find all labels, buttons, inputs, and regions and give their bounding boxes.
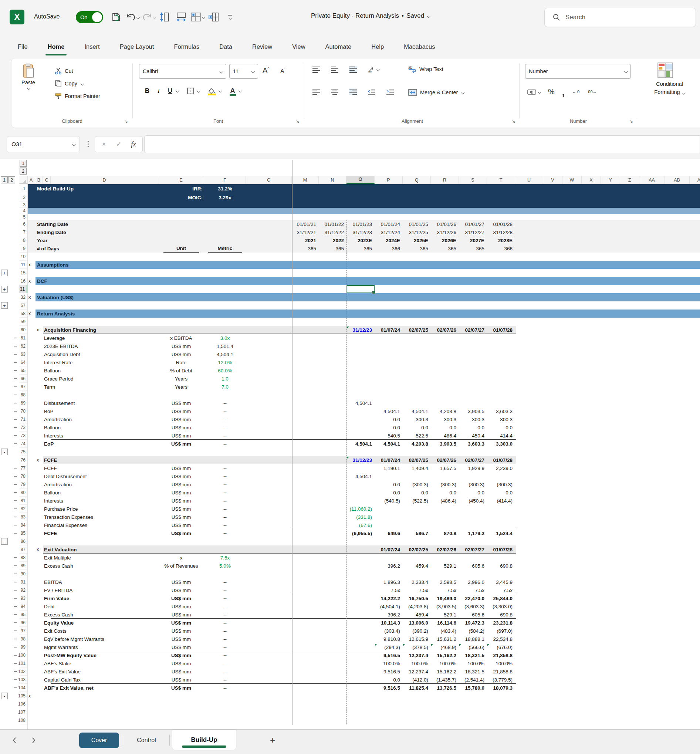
cell[interactable]: (3,303.0) — [487, 603, 515, 610]
cell[interactable]: 01/07/24 — [375, 456, 403, 464]
expand-outline-button[interactable]: + — [1, 286, 8, 292]
cell[interactable]: -- — [204, 643, 246, 651]
collapse-outline-button[interactable]: - — [1, 448, 8, 455]
cell[interactable]: US$ mm — [158, 586, 204, 594]
row-header-97[interactable]: 97 — [19, 627, 27, 635]
accounting-format-button[interactable] — [527, 89, 541, 95]
cell[interactable]: (303.4) — [375, 627, 403, 635]
cell[interactable]: 31.2% — [204, 184, 246, 193]
wrap-text-button[interactable]: ab Wrap Text — [408, 66, 443, 73]
cell[interactable]: 13,726.5 — [431, 684, 459, 692]
cell[interactable]: 02/07/27 — [459, 456, 487, 464]
cell[interactable]: 60.0% — [204, 367, 246, 375]
cell[interactable]: US$ mm — [158, 603, 204, 610]
cell[interactable]: 31/12/22 — [319, 228, 347, 236]
cell[interactable]: 12,237.4 — [403, 651, 431, 659]
prev-sheet-icon[interactable] — [9, 735, 20, 746]
row-header-2[interactable]: 2 — [19, 193, 27, 202]
row-header-8[interactable]: 8 — [19, 236, 27, 244]
cell[interactable]: 3,303.0 — [487, 440, 515, 448]
name-box[interactable]: O31 — [7, 136, 80, 152]
cell[interactable]: 529.1 — [431, 610, 459, 619]
align-left-icon[interactable] — [312, 88, 320, 95]
row-header-5[interactable]: 5 — [19, 214, 27, 220]
cell[interactable]: 22,534.8 — [487, 635, 515, 643]
menu-tab-home[interactable]: Home — [46, 40, 66, 53]
cell[interactable]: 459.4 — [403, 610, 431, 619]
cell[interactable]: -- — [204, 440, 246, 448]
cell[interactable]: (390.2) — [403, 627, 431, 635]
cell[interactable]: 16,750.5 — [403, 594, 431, 603]
cell[interactable]: 7.5x — [375, 586, 403, 594]
cell[interactable]: 1.0 — [204, 375, 246, 383]
cell[interactable]: -- — [204, 415, 246, 423]
align-top-icon[interactable] — [312, 66, 320, 73]
cell[interactable]: US$ mm — [158, 399, 204, 407]
cell[interactable]: 4,504.1 — [403, 407, 431, 415]
cell[interactable]: Acquisition Debt — [44, 350, 157, 358]
cell[interactable]: -- — [204, 619, 246, 627]
cell[interactable]: 7.0 — [204, 383, 246, 391]
column-width-icon[interactable] — [173, 9, 189, 25]
cell[interactable]: -- — [204, 423, 246, 432]
cell[interactable]: 16,114.6 — [431, 619, 459, 627]
cell[interactable]: Balloon — [44, 367, 157, 375]
font-color-dropdown-icon[interactable] — [238, 89, 242, 93]
cell[interactable]: (522.5) — [403, 496, 431, 505]
column-header-A[interactable]: A — [27, 176, 35, 184]
menu-tab-automate[interactable]: Automate — [324, 40, 353, 53]
cell[interactable]: 23,231.8 — [487, 619, 515, 627]
cell[interactable]: -- — [204, 603, 246, 610]
font-launcher-icon[interactable]: ↘ — [296, 119, 300, 124]
row-header-68[interactable]: 68 — [19, 391, 27, 399]
cell[interactable]: 4,504.1 — [375, 407, 403, 415]
column-header-E[interactable]: E — [158, 176, 204, 184]
row-header-76[interactable]: 76 — [19, 456, 27, 464]
cell[interactable]: -- — [204, 529, 246, 537]
cell[interactable]: Metric — [208, 244, 242, 253]
insert-cells-icon[interactable] — [206, 9, 222, 25]
cell[interactable]: 100.0% — [459, 659, 487, 668]
borders-button[interactable] — [187, 87, 194, 95]
cell[interactable]: 2022 — [319, 236, 347, 244]
cell[interactable]: 100.0% — [403, 659, 431, 668]
cell[interactable]: 12.0% — [204, 358, 246, 367]
cell[interactable]: (300.3) — [403, 480, 431, 489]
cell[interactable]: 7.5x — [204, 554, 246, 562]
cell[interactable]: (468.9) — [431, 643, 459, 651]
cell[interactable]: (4,504.1) — [375, 603, 403, 610]
font-size-select[interactable]: 11 — [229, 64, 258, 79]
cell[interactable]: 18,888.1 — [459, 635, 487, 643]
cell[interactable]: US$ mm — [158, 659, 204, 668]
fill-color-button[interactable] — [208, 88, 216, 94]
cell[interactable]: Capital Gain Tax — [44, 676, 157, 684]
column-header-S[interactable]: S — [459, 176, 487, 184]
cell[interactable]: (300.3) — [459, 480, 487, 489]
cell[interactable]: -- — [204, 594, 246, 603]
column-header-P[interactable]: P — [375, 176, 403, 184]
cell[interactable]: 2,233.4 — [403, 578, 431, 586]
cell[interactable]: Balloon — [44, 489, 157, 496]
merge-center-button[interactable]: Merge & Center — [408, 89, 464, 96]
cell[interactable]: 9,516.5 — [375, 651, 403, 659]
cell[interactable]: 01/01/25 — [403, 220, 431, 228]
cell[interactable]: 7.5x — [459, 586, 487, 594]
cell[interactable]: -- — [204, 472, 246, 480]
cell[interactable]: 31/12/23 — [347, 456, 375, 464]
cell[interactable]: (2,541.4) — [459, 676, 487, 684]
column-header-X[interactable]: X — [582, 176, 601, 184]
cell[interactable]: 9,516.5 — [375, 684, 403, 692]
cell[interactable]: US$ mm — [158, 464, 204, 472]
menu-tab-view[interactable]: View — [291, 40, 306, 53]
cell[interactable]: 01/07/24 — [375, 326, 403, 334]
cell[interactable]: Term — [44, 383, 157, 391]
column-header-N[interactable]: N — [319, 176, 347, 184]
cell[interactable]: ABF's Exit Value — [44, 668, 157, 676]
cell[interactable]: MOIC: — [158, 193, 204, 202]
column-header-G[interactable]: G — [246, 176, 292, 184]
underline-dropdown-icon[interactable] — [175, 89, 179, 93]
cell[interactable]: US$ mm — [158, 513, 204, 521]
cell[interactable]: Years — [158, 375, 204, 383]
cell[interactable]: 100.0% — [431, 659, 459, 668]
row-header-64[interactable]: 64 — [19, 358, 27, 367]
